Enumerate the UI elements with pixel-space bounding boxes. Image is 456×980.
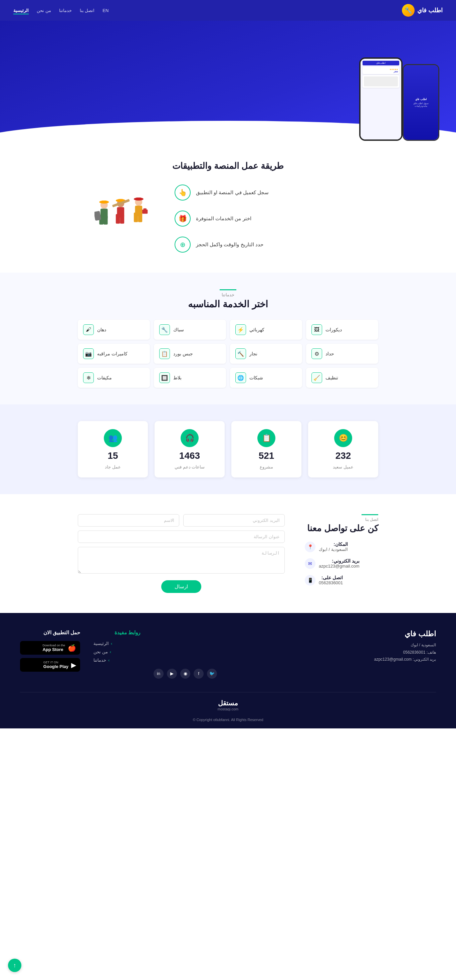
service-card-welder-icon: ⚙ <box>311 348 322 359</box>
service-card-painter[interactable]: دهان 🖌 <box>78 320 150 340</box>
app-store-small: Download on the <box>42 644 65 647</box>
hero-section: اطلب فاي سوق اطلب فاي بناية وتركيبات اطل… <box>0 21 456 141</box>
stat-work-icon: 👥 <box>104 429 122 447</box>
google-play-button[interactable]: ▶ GET IT ON Google Play <box>20 658 80 672</box>
contact-info: اتصل بنا كن على تواصل معنا المكان: السعو… <box>305 514 378 592</box>
footer-address-line1: السعودية / ابوك <box>411 643 436 648</box>
footer-link-about[interactable]: من نحن <box>94 649 140 654</box>
social-linkedin-icon[interactable]: in <box>153 669 164 679</box>
nav-links: EN اتصل بنا خدماتنا من نحن الرئيسية <box>13 7 108 13</box>
message-field[interactable] <box>78 547 285 574</box>
phone-back-text: سوق اطلب فاي <box>413 102 429 105</box>
stat-work: 👥 15 عمل جاد <box>78 421 148 477</box>
how-step-3-text: حدد التاريخ والوقت واكمل الحجز <box>196 242 263 248</box>
service-card-welder[interactable]: حداد ⚙ <box>306 344 378 364</box>
service-card-plumber[interactable]: سباك 🔧 <box>154 320 226 340</box>
contact-email: بريد الكتروني: azpc123@gmail.com ✉ <box>305 558 378 569</box>
phone-card-1: ★★★★★ 300ر <box>362 67 399 74</box>
svg-rect-16 <box>134 213 138 222</box>
service-card-cameras[interactable]: كاميرات مراقبه 📷 <box>78 344 150 364</box>
service-card-gypsum-icon: 📋 <box>159 348 170 359</box>
phone-stars: ★★★★★ <box>364 68 398 70</box>
service-card-carpenter-label: نجار <box>249 351 257 356</box>
footer-link-home-anchor[interactable]: الرئيسية <box>94 641 140 646</box>
service-card-decorations[interactable]: ديكورات 🖼 <box>306 320 378 340</box>
service-card-ac[interactable]: مكيفات ❄ <box>78 368 150 388</box>
nav-item-services[interactable]: خدماتنا <box>59 7 72 13</box>
service-card-gypsum[interactable]: جبس بورد 📋 <box>154 344 226 364</box>
subject-field[interactable] <box>78 531 285 543</box>
service-card-decorations-icon: 🖼 <box>311 325 322 335</box>
contact-email-value: azpc123@gmail.com <box>319 563 360 569</box>
phone-back-screen: اطلب فاي سوق اطلب فاي بناية وتركيبات <box>403 65 438 140</box>
email-field[interactable] <box>183 514 285 527</box>
footer-link-services[interactable]: خدماتنا <box>94 658 140 663</box>
svg-rect-3 <box>104 216 108 224</box>
service-card-carpenter-icon: 🔨 <box>235 348 246 359</box>
how-step-2-icon: 🎁 <box>175 210 191 227</box>
phone-front-screen: اطلب فاي ★★★★★ 300ر <box>360 59 401 140</box>
service-card-tiles-icon: 🔲 <box>159 372 170 383</box>
form-name-email-row <box>78 514 285 527</box>
footer-link-services-anchor[interactable]: خدماتنا <box>94 658 140 663</box>
social-facebook-icon[interactable]: f <box>194 669 204 679</box>
service-card-ac-label: مكيفات <box>97 375 112 380</box>
stat-work-label: عمل جاد <box>105 465 121 469</box>
how-step-3-icon: ⊕ <box>175 237 191 253</box>
service-card-cleaning[interactable]: تنظيف 🧹 <box>306 368 378 388</box>
contact-section: اتصل بنا كن على تواصل معنا المكان: السعو… <box>0 494 456 613</box>
nav-item-about[interactable]: من نحن <box>37 7 51 13</box>
nav-item-contact[interactable]: اتصل بنا <box>80 7 95 13</box>
service-card-electrical[interactable]: كهربائي ⚡ <box>230 320 302 340</box>
phone-price: 300ر <box>364 70 398 73</box>
service-card-gypsum-label: جبس بورد <box>173 351 193 356</box>
contact-phone: اتصل على: 0562836001 📱 <box>305 575 378 585</box>
email-icon: ✉ <box>305 558 316 569</box>
navbar: اطلب فاي 🔧 EN اتصل بنا خدماتنا من نحن ال… <box>0 0 456 21</box>
service-card-cleaning-label: تنظيف <box>325 375 338 380</box>
footer-brand-address: السعودية / ابوك هاتف: 0562836001 بريد ال… <box>153 642 436 663</box>
contact-location-text: المكان: السعودية / ابوك <box>319 542 348 552</box>
service-card-networks-label: شبكات <box>249 375 263 380</box>
nav-item-en[interactable]: EN <box>102 7 108 13</box>
logo-text: اطلب فاي <box>417 7 443 14</box>
how-step-1-text: سجل كعميل في المنصة او التطبيق <box>196 189 269 196</box>
footer-brand-name: اطلب فاي <box>153 630 436 638</box>
footer-divider <box>20 692 436 692</box>
phone-front: اطلب فاي ★★★★★ 300ر <box>359 57 403 141</box>
contact-form: ارسال <box>78 514 285 593</box>
stat-happy-clients: 😊 232 عميل سعيد <box>308 421 378 477</box>
service-card-networks[interactable]: شبكات 🌐 <box>230 368 302 388</box>
service-card-networks-icon: 🌐 <box>235 372 246 383</box>
name-field[interactable] <box>78 514 179 527</box>
services-grid: ديكورات 🖼 كهربائي ⚡ سباك 🔧 دهان 🖌 حداد ⚙… <box>78 320 378 388</box>
contact-email-text: بريد الكتروني: azpc123@gmail.com <box>319 558 360 569</box>
footer-link-home[interactable]: الرئيسية <box>94 641 140 646</box>
contact-small-label: اتصل بنا <box>305 517 378 522</box>
social-instagram-icon[interactable]: ◉ <box>180 669 190 679</box>
services-section: خدماتنا اختر الخدمة المناسبه ديكورات 🖼 ك… <box>0 273 456 404</box>
service-card-tiles[interactable]: بلاط 🔲 <box>154 368 226 388</box>
contact-phone-label: اتصل على: <box>319 575 343 580</box>
stat-projects-label: مشروع <box>260 465 273 469</box>
logo[interactable]: اطلب فاي 🔧 <box>402 4 443 17</box>
service-card-carpenter[interactable]: نجار 🔨 <box>230 344 302 364</box>
social-youtube-icon[interactable]: ▶ <box>167 669 177 679</box>
svg-rect-10 <box>120 214 124 224</box>
nav-item-home[interactable]: الرئيسية <box>13 7 29 13</box>
social-twitter-icon[interactable]: 🐦 <box>207 669 217 679</box>
apple-icon: 🍎 <box>68 644 76 652</box>
mostaqi-name: مستقل <box>218 699 238 707</box>
svg-rect-12 <box>118 199 123 201</box>
google-play-icon: ▶ <box>71 661 76 669</box>
contact-email-label: بريد الكتروني: <box>319 558 360 563</box>
app-store-button[interactable]: 🍎 Download on the App Store <box>20 641 80 655</box>
contact-title: كن على تواصل معنا <box>305 523 378 533</box>
footer-link-about-anchor[interactable]: من نحن <box>94 649 140 654</box>
stat-support: 🎧 1463 ساعات دعم فني <box>155 421 225 477</box>
how-step-1: سجل كعميل في المنصة او التطبيق 👆 <box>175 185 362 200</box>
services-label: خدماتنا <box>13 292 443 297</box>
footer-top: اطلب فاي السعودية / ابوك هاتف: 056283600… <box>20 630 436 679</box>
submit-button[interactable]: ارسال <box>161 580 201 593</box>
footer-brand: اطلب فاي السعودية / ابوك هاتف: 056283600… <box>153 630 436 679</box>
